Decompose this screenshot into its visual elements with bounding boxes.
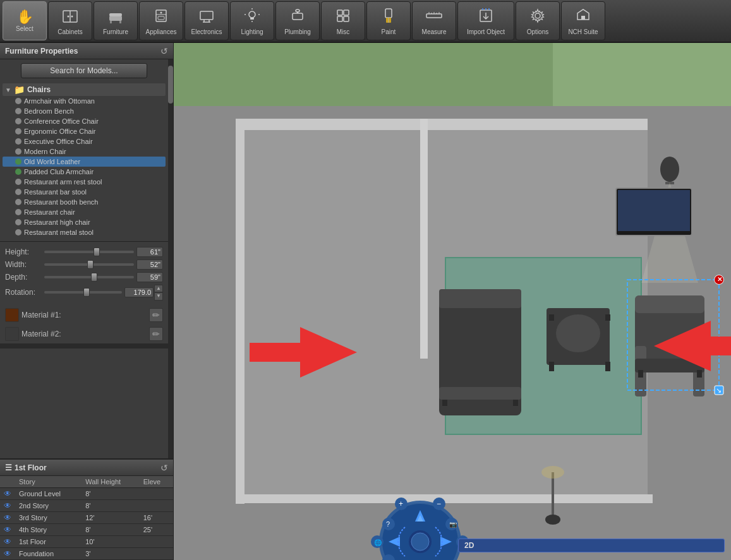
svg-rect-28 <box>344 16 349 21</box>
svg-rect-4 <box>109 16 122 21</box>
tool-lighting[interactable]: Lighting <box>230 1 274 40</box>
tool-plumbing[interactable]: Plumbing <box>275 1 320 40</box>
eye-icon-3[interactable]: 👁 <box>4 525 11 534</box>
panel-refresh-icon[interactable]: ↺ <box>160 46 168 56</box>
tool-cabinets[interactable]: Cabinets <box>48 1 92 40</box>
furniture-icon <box>107 7 124 27</box>
table-row[interactable]: 👁 1st Floor 10' <box>0 536 173 548</box>
item-dot-4 <box>15 138 21 145</box>
tool-select[interactable]: ✋ Select <box>3 1 47 40</box>
tool-electronics[interactable]: Electronics <box>184 1 229 40</box>
svg-rect-21 <box>250 18 254 20</box>
rotation-slider[interactable] <box>44 291 122 294</box>
tree-item-2[interactable]: Conference Office Chair <box>3 116 166 126</box>
tool-furniture[interactable]: Furniture <box>94 1 138 40</box>
floor-story-2: 3rd Story <box>15 512 82 524</box>
svg-rect-12 <box>200 11 213 20</box>
tool-appliances[interactable]: Appliances <box>139 1 183 40</box>
table-row[interactable]: 👁 Ground Level 8' <box>0 488 173 500</box>
folder-icon: 📁 <box>14 85 25 95</box>
floor-wh-2: 12' <box>82 512 139 524</box>
tool-import-object[interactable]: Import Object <box>457 1 514 40</box>
material-2-eyedropper[interactable]: ✏ <box>149 327 163 341</box>
material-1-eyedropper[interactable]: ✏ <box>149 308 163 322</box>
tree-item-10[interactable]: Restaurant booth bench <box>3 197 166 207</box>
search-models-button[interactable]: Search for Models... <box>21 63 147 78</box>
tree-item-11[interactable]: Restaurant chair <box>3 207 166 217</box>
table-row[interactable]: 👁 4th Story 8' 25' <box>0 524 173 536</box>
svg-rect-62 <box>549 362 554 371</box>
item-dot-1 <box>15 108 21 114</box>
svg-point-73 <box>541 466 564 479</box>
item-dot-6 <box>15 158 21 165</box>
svg-rect-64 <box>549 314 554 321</box>
tree-item-3[interactable]: Ergonomic Office Chair <box>3 126 166 136</box>
tree-folder-chairs[interactable]: ▼ 📁 Chairs <box>3 83 166 96</box>
svg-rect-70 <box>618 190 690 231</box>
table-row[interactable]: 👁 2nd Story 8' <box>0 500 173 512</box>
btn-2d[interactable]: 2D <box>458 539 725 552</box>
material-2-swatch <box>5 327 19 341</box>
panel-vscrollbar[interactable] <box>168 59 173 458</box>
folder-chevron: ▼ <box>5 86 11 93</box>
options-icon <box>529 7 547 27</box>
eye-icon-1[interactable]: 👁 <box>4 501 11 510</box>
panel-content: Search for Models... ▼ 📁 Chairs Armchair… <box>0 59 173 458</box>
table-row[interactable]: 👁 Foundation 3' <box>0 548 173 560</box>
tool-paint-label: Paint <box>382 28 396 35</box>
tool-nch-suite[interactable]: NCH Suite <box>561 1 605 40</box>
height-slider[interactable] <box>44 251 134 253</box>
floor-elev-3: 25' <box>140 524 173 536</box>
eye-icon-2[interactable]: 👁 <box>4 513 11 522</box>
width-slider[interactable] <box>44 263 134 266</box>
eye-icon-4[interactable]: 👁 <box>4 537 11 546</box>
tool-paint[interactable]: Paint <box>366 1 411 40</box>
floor-story-0: Ground Level <box>15 488 82 500</box>
vscroll-thumb[interactable] <box>168 66 173 104</box>
svg-point-2 <box>68 15 69 17</box>
tool-options[interactable]: Options <box>516 1 560 40</box>
item-dot-7 <box>15 169 21 175</box>
tree-item-13[interactable]: Restaurant metal stool <box>3 227 166 237</box>
floor-story-4: 1st Floor <box>15 536 82 548</box>
item-dot-13 <box>15 229 21 235</box>
tool-misc[interactable]: Misc <box>321 1 365 40</box>
tree-item-4[interactable]: Executive Office Chair <box>3 136 166 146</box>
rotation-spin-down[interactable]: ▼ <box>154 292 163 300</box>
tree-item-7[interactable]: Padded Club Armchair <box>3 167 166 177</box>
svg-rect-22 <box>293 13 303 20</box>
svg-point-10 <box>160 11 162 13</box>
height-value: 61" <box>136 247 163 257</box>
tree-item-1[interactable]: Bedroom Bench <box>3 106 166 116</box>
tree-item-8[interactable]: Restaurant arm rest stool <box>3 177 166 187</box>
floor-refresh-icon[interactable]: ↺ <box>160 463 168 473</box>
table-row[interactable]: 👁 3rd Story 12' 16' <box>0 512 173 524</box>
floor-story-5: Foundation <box>15 548 82 560</box>
rotation-spinner[interactable]: ▲ ▼ <box>154 285 163 301</box>
eye-icon-0[interactable]: 👁 <box>4 489 11 498</box>
svg-rect-5 <box>109 13 122 16</box>
svg-rect-75 <box>635 295 704 313</box>
svg-rect-79 <box>638 370 643 378</box>
rotation-spin-up[interactable]: ▲ <box>154 285 163 292</box>
item-dot-12 <box>15 219 21 225</box>
tree-item-9[interactable]: Restaurant bar stool <box>3 187 166 197</box>
item-dot-0 <box>15 98 21 104</box>
tree-item-0[interactable]: Armchair with Ottoman <box>3 96 166 106</box>
prop-row-width: Width: 52" <box>5 259 163 270</box>
svg-rect-57 <box>439 387 521 400</box>
tree-item-5[interactable]: Modern Chair <box>3 146 166 157</box>
viewport[interactable]: ↺ ✕ ↘ <box>174 43 731 560</box>
svg-point-72 <box>545 515 560 525</box>
tool-nch-label: NCH Suite <box>568 28 598 35</box>
tool-measure[interactable]: Measure <box>412 1 456 40</box>
tree-item-6[interactable]: Old World Leather <box>3 157 166 167</box>
plumbing-icon <box>289 7 306 27</box>
furniture-properties-title: Furniture Properties <box>5 47 78 56</box>
eye-icon-5[interactable]: 👁 <box>4 549 11 558</box>
tree-item-12[interactable]: Restaurant high chair <box>3 217 166 227</box>
item-dot-3 <box>15 128 21 134</box>
depth-slider[interactable] <box>44 276 134 278</box>
floor-wh-1: 8' <box>82 500 139 512</box>
properties-section: Height: 61" Width: 52" <box>0 241 168 306</box>
